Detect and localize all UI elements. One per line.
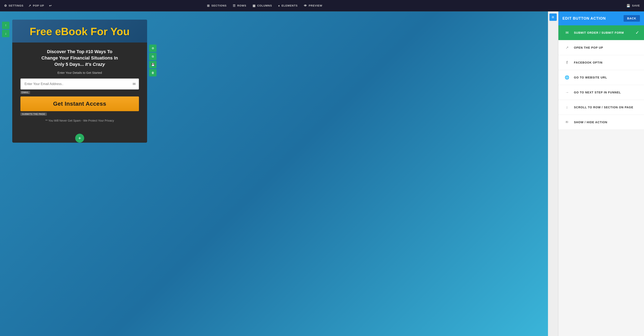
- undo-icon: ↩: [49, 4, 52, 8]
- preview-label: PREVIEW: [309, 4, 322, 7]
- next-step-icon: →: [563, 89, 571, 96]
- nav-columns[interactable]: ▦ COLUMNS: [252, 4, 272, 8]
- panel-title: EDIT BUTTON ACTION: [562, 16, 606, 21]
- go-to-url-icon: 🌐: [563, 74, 571, 81]
- delete-action-button[interactable]: 🗑: [149, 69, 156, 76]
- card-title: Free eBook For You: [20, 26, 139, 38]
- canvas-area: ↑ ↓ Free eBook For You ⚙ ⧉ 💾 🗑 Discover …: [0, 12, 548, 336]
- nav-settings[interactable]: ⚙ SETTINGS: [4, 4, 24, 8]
- add-section-area: +: [12, 134, 147, 143]
- open-popup-icon: ↗: [563, 44, 571, 51]
- columns-icon: ▦: [252, 4, 256, 8]
- email-wrapper: ✉: [20, 78, 139, 90]
- scroll-to-row-label: SCROLL TO ROW / SECTION ON PAGE: [574, 106, 634, 109]
- nav-elements[interactable]: ♦ ELEMENTS: [278, 4, 298, 7]
- email-input[interactable]: [20, 78, 139, 90]
- settings-label: SETTINGS: [8, 4, 24, 7]
- nav-right: 💾 SAVE: [626, 4, 640, 8]
- popup-label: POP UP: [33, 4, 44, 7]
- elements-icon: ♦: [278, 4, 280, 7]
- popup-icon: ↗: [28, 4, 31, 8]
- submit-order-label: SUBMIT ORDER / SUBMIT FORM: [574, 31, 624, 34]
- row-controls: ↑ ↓: [2, 22, 10, 37]
- email-icon: ✉: [132, 82, 136, 86]
- scroll-to-row-icon: ↕: [563, 104, 571, 111]
- left-panel-indicator: ⚙: [548, 12, 558, 336]
- copy-action-button[interactable]: ⧉: [149, 53, 156, 60]
- nav-save[interactable]: 💾 SAVE: [626, 4, 640, 8]
- nav-sections[interactable]: ⊞ SECTIONS: [207, 4, 226, 8]
- sections-label: SECTIONS: [212, 4, 226, 7]
- panel-actions: ✉ SUBMIT ORDER / SUBMIT FORM ✓ ↗ OPEN TH…: [558, 25, 644, 336]
- panel-header: EDIT BUTTON ACTION BACK: [558, 12, 644, 25]
- submits-tag-wrapper: SUBMITS THE PAGE: [20, 112, 139, 119]
- sections-icon: ⊞: [207, 4, 210, 8]
- move-down-button[interactable]: ↓: [2, 30, 10, 37]
- email-tag: EMAIL: [20, 90, 139, 96]
- action-submit-order[interactable]: ✉ SUBMIT ORDER / SUBMIT FORM ✓: [558, 25, 644, 40]
- nav-popup[interactable]: ↗ POP UP: [28, 4, 44, 8]
- card-actions: ⚙ ⧉ 💾 🗑: [149, 44, 156, 76]
- save-action-button[interactable]: 💾: [149, 61, 156, 68]
- nav-left: ⚙ SETTINGS ↗ POP UP ↩: [4, 4, 52, 8]
- go-to-url-label: GO TO WEBSITE URL: [574, 76, 607, 79]
- right-panel: EDIT BUTTON ACTION BACK ✉ SUBMIT ORDER /…: [558, 12, 644, 336]
- submit-order-check: ✓: [636, 30, 639, 35]
- top-navbar: ⚙ SETTINGS ↗ POP UP ↩ ⊞ SECTIONS ☰ ROWS …: [0, 0, 644, 12]
- save-icon: 💾: [626, 4, 630, 8]
- action-show-hide[interactable]: 👁 SHOW / HIDE ACTION: [558, 115, 644, 130]
- elements-label: ELEMENTS: [282, 4, 298, 7]
- cta-button[interactable]: Get Instant Access: [20, 96, 139, 111]
- action-facebook-optin[interactable]: f FACEBOOK OPTIN: [558, 55, 644, 70]
- settings-icon: ⚙: [4, 4, 7, 8]
- rows-icon: ☰: [233, 4, 236, 8]
- add-section-button[interactable]: +: [75, 134, 84, 143]
- card-description: Enter Your Details to Get Started: [20, 71, 139, 74]
- indicator-settings[interactable]: ⚙: [550, 14, 557, 21]
- popup-card: ↑ ↓ Free eBook For You ⚙ ⧉ 💾 🗑 Discover …: [12, 20, 147, 143]
- columns-label: COLUMNS: [257, 4, 272, 7]
- save-label: SAVE: [632, 4, 640, 7]
- nav-rows[interactable]: ☰ ROWS: [233, 4, 246, 8]
- card-subtitle: Discover The Top #10 Ways To Change Your…: [20, 49, 139, 68]
- preview-icon: 👁: [304, 4, 307, 7]
- action-scroll-to-row[interactable]: ↕ SCROLL TO ROW / SECTION ON PAGE: [558, 100, 644, 115]
- card-body: ⚙ ⧉ 💾 🗑 Discover The Top #10 Ways To Cha…: [12, 42, 147, 130]
- open-popup-label: OPEN THE POP UP: [574, 46, 603, 49]
- action-go-to-url[interactable]: 🌐 GO TO WEBSITE URL: [558, 70, 644, 85]
- show-hide-icon: 👁: [563, 118, 571, 126]
- show-hide-label: SHOW / HIDE ACTION: [574, 120, 608, 124]
- facebook-optin-label: FACEBOOK OPTIN: [574, 61, 602, 64]
- next-step-label: GO TO NEXT STEP IN FUNNEL: [574, 91, 621, 94]
- nav-preview[interactable]: 👁 PREVIEW: [304, 4, 322, 7]
- main-layout: ↑ ↓ Free eBook For You ⚙ ⧉ 💾 🗑 Discover …: [0, 12, 644, 336]
- privacy-text: ** You Will Never Get Spam - We Protect …: [20, 119, 139, 122]
- settings-action-button[interactable]: ⚙: [149, 44, 156, 52]
- action-open-popup[interactable]: ↗ OPEN THE POP UP: [558, 40, 644, 55]
- nav-center: ⊞ SECTIONS ☰ ROWS ▦ COLUMNS ♦ ELEMENTS 👁…: [207, 4, 322, 8]
- submit-order-icon: ✉: [563, 29, 571, 36]
- rows-label: ROWS: [237, 4, 246, 7]
- nav-undo[interactable]: ↩: [49, 4, 52, 8]
- action-next-step[interactable]: → GO TO NEXT STEP IN FUNNEL: [558, 85, 644, 100]
- back-button[interactable]: BACK: [624, 15, 640, 22]
- facebook-optin-icon: f: [563, 59, 571, 66]
- move-up-button[interactable]: ↑: [2, 22, 10, 29]
- card-header: Free eBook For You: [12, 20, 147, 42]
